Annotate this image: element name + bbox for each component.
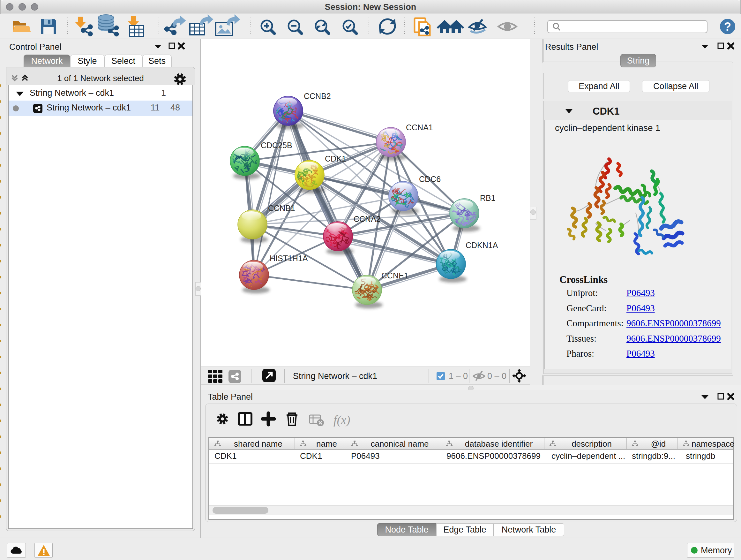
svg-text:CDKN1A: CDKN1A	[466, 241, 498, 250]
svg-text:HIST1H1A: HIST1H1A	[270, 254, 308, 263]
svg-text:?: ?	[724, 20, 731, 33]
svg-text:CCNE1: CCNE1	[381, 271, 408, 280]
svg-text:CCNB1: CCNB1	[268, 204, 295, 212]
svg-text:CDC6: CDC6	[419, 175, 441, 184]
svg-text:CDC25B: CDC25B	[261, 141, 292, 150]
svg-text:CCNA2: CCNA2	[354, 214, 381, 224]
svg-text:f(x): f(x)	[333, 413, 350, 427]
svg-text:CCNB2: CCNB2	[304, 91, 331, 101]
svg-text:RB1: RB1	[480, 193, 495, 202]
svg-text:CDK1: CDK1	[325, 154, 346, 163]
svg-text:CCNA1: CCNA1	[406, 123, 433, 132]
